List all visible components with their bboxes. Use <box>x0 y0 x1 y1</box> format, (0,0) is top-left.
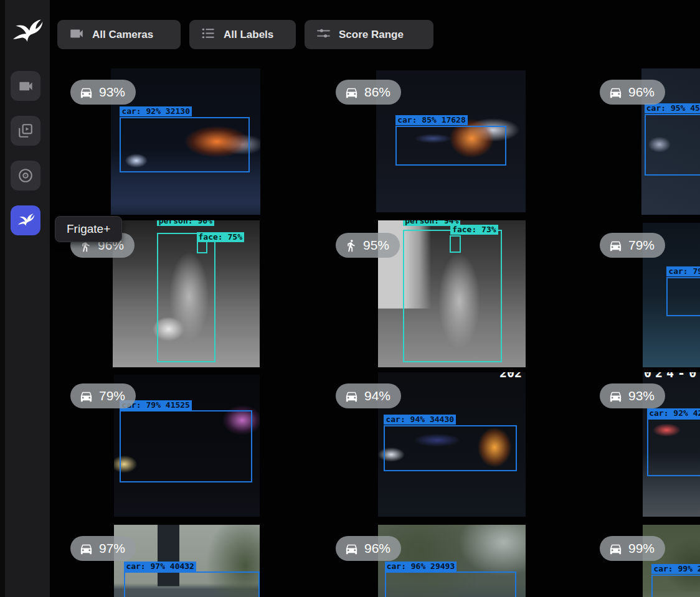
bbox-label: car: 95% 45260 <box>645 103 700 113</box>
filter-all-cameras-label: All Cameras <box>92 29 153 41</box>
bbox-label: car: 92% 32130 <box>120 106 192 116</box>
score-range-filter-icon <box>316 26 331 44</box>
score-badge: 86% <box>336 80 401 105</box>
bounding-box <box>384 425 516 471</box>
score-badge: 96% <box>336 536 401 561</box>
camera-timestamp-fragment: 024-05 0 <box>644 372 700 380</box>
bounding-box <box>395 126 506 166</box>
bounding-box <box>647 418 700 476</box>
filter-all-labels-button[interactable]: All Labels <box>189 20 296 49</box>
bbox-label: car: 97% 40432 <box>124 562 196 571</box>
score-badge: 96% <box>600 80 665 105</box>
car-icon <box>344 389 359 403</box>
car-icon <box>344 85 359 100</box>
bbox-label: car: 85% 17628 <box>395 115 468 125</box>
nav-live-button[interactable] <box>11 71 40 101</box>
car-icon <box>79 389 93 403</box>
nav-frigate-plus-button[interactable] <box>11 205 40 235</box>
detection-thumbnail[interactable]: car: 97% 40432 <box>114 525 260 597</box>
score-badge: 79% <box>600 233 665 258</box>
score-badge: 99% <box>600 536 665 561</box>
score-label: 93% <box>628 388 655 403</box>
bounding-box <box>120 117 250 172</box>
score-badge: 79% <box>70 383 136 408</box>
score-label: 79% <box>99 388 125 403</box>
bounding-box <box>120 410 252 482</box>
score-label: 79% <box>628 238 655 253</box>
detection-thumbnail[interactable]: car: 79% 41525 <box>114 375 260 517</box>
car-icon <box>608 85 623 100</box>
person-icon <box>344 239 357 252</box>
sidebar-edge <box>0 0 5 597</box>
bbox-label: car: 94% 34430 <box>384 415 456 425</box>
score-label: 94% <box>364 388 390 403</box>
score-label: 99% <box>628 541 655 556</box>
car-icon <box>608 238 623 253</box>
bounding-box <box>385 571 516 597</box>
bbox-label: car: 96% 29493 <box>385 562 457 571</box>
filter-all-labels-label: All Labels <box>224 29 273 41</box>
filter-score-range-label: Score Range <box>339 29 404 41</box>
face-bounding-box <box>450 235 461 253</box>
score-label: 96% <box>364 541 390 556</box>
frigate-app: Frigate+ All Cameras All Labels Score Ra… <box>0 0 700 597</box>
frigate-bird-icon <box>16 211 35 230</box>
frigate-logo <box>10 12 44 51</box>
detection-thumbnail[interactable]: person: 96% face: 75% <box>113 220 260 367</box>
bbox-label: car: 92% 4218 <box>647 408 700 418</box>
car-icon <box>608 389 623 403</box>
face-label: face: 73% <box>450 225 498 235</box>
nav-review-button[interactable] <box>11 116 40 146</box>
labels-filter-icon <box>201 26 216 44</box>
detection-thumbnail[interactable]: car: 96% 29493 <box>378 525 526 597</box>
filter-score-range-button[interactable]: Score Range <box>305 20 433 49</box>
video-camera-icon <box>17 78 34 95</box>
bbox-label: car: 79% <box>666 266 700 276</box>
detection-thumbnail[interactable]: person: 94% face: 73% <box>378 220 526 367</box>
frigate-plus-tooltip: Frigate+ <box>55 216 122 242</box>
bbox-label: car: 99% 25 <box>651 564 700 574</box>
nav-export-button[interactable] <box>11 161 40 190</box>
bounding-box <box>124 571 260 597</box>
score-label: 95% <box>363 238 389 253</box>
bounding-box <box>666 277 700 316</box>
bounding-box <box>651 575 700 597</box>
score-badge: 97% <box>70 536 136 561</box>
score-label: 96% <box>628 85 655 100</box>
score-badge: 93% <box>600 383 665 408</box>
sidebar <box>0 0 50 597</box>
camera-filter-icon <box>69 26 85 44</box>
camera-timestamp-fragment: 202 <box>499 372 522 380</box>
car-icon <box>344 542 359 556</box>
car-icon <box>608 542 623 556</box>
bounding-box <box>645 114 700 176</box>
car-icon <box>79 85 93 100</box>
car-icon <box>79 542 93 556</box>
score-badge: 94% <box>336 383 401 408</box>
person-label-strip: person: 96% <box>157 220 215 226</box>
bbox-label: person: 96% <box>157 220 214 226</box>
review-icon <box>17 123 34 139</box>
score-badge: 95% <box>336 233 400 258</box>
export-disc-icon <box>17 167 34 184</box>
filter-all-cameras-button[interactable]: All Cameras <box>57 20 181 49</box>
score-label: 97% <box>99 541 125 556</box>
score-badge: 93% <box>70 80 136 105</box>
score-label: 93% <box>99 85 125 100</box>
face-label: face: 75% <box>197 232 244 242</box>
score-label: 86% <box>364 85 390 100</box>
